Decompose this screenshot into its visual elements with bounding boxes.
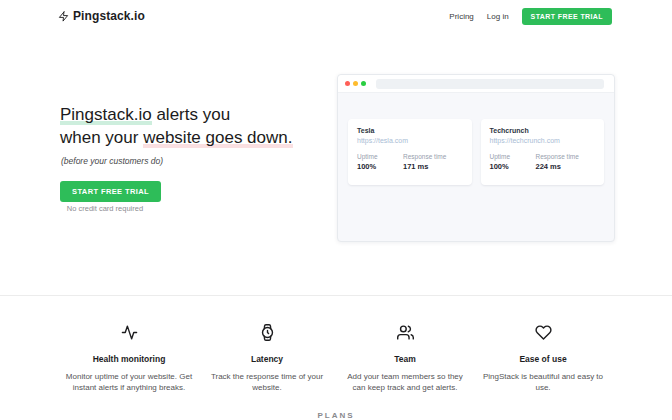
features-section: Health monitoring Monitor uptime of your… [60,324,612,393]
uptime-stat: Uptime 100% [357,153,403,171]
watch-icon [259,327,276,344]
plans-section-label: PLANS [0,411,672,420]
monitor-card-tesla: Tesla https://tesla.com Uptime 100% Resp… [348,119,472,185]
hero-heading-highlight-brand: Pingstack.io [60,105,152,125]
response-time-label: Response time [403,153,449,160]
header: Pingstack.io Pricing Log in START FREE T… [0,0,672,28]
monitor-card-stats: Uptime 100% Response time 171 ms [357,153,463,171]
feature-latency: Latency Track the response time of your … [198,324,336,393]
feature-title: Health monitoring [65,354,193,364]
monitor-card-url: https://tesla.com [357,137,463,144]
monitor-card-url: https://techcrunch.com [490,137,596,144]
feature-description: Monitor uptime of your website. Get inst… [65,371,193,393]
brand-name: Pingstack.io [73,9,145,23]
response-time-label: Response time [536,153,582,160]
response-time-value: 171 ms [403,162,449,171]
zap-icon [58,11,69,22]
header-start-trial-button[interactable]: START FREE TRIAL [522,8,612,25]
nav-login-link[interactable]: Log in [487,12,509,21]
browser-mockup: Tesla https://tesla.com Uptime 100% Resp… [337,74,615,242]
heart-icon [535,327,552,344]
browser-titlebar [338,75,614,93]
feature-health-monitoring: Health monitoring Monitor uptime of your… [60,324,198,393]
feature-description: PingStack is beautiful and easy to use. [479,371,607,393]
hero-heading-line2-pre: when your [60,128,143,147]
feature-title: Ease of use [479,354,607,364]
zoom-dot-icon [361,81,366,86]
feature-title: Latency [203,354,331,364]
activity-icon [121,327,138,344]
hero-heading-highlight-down: website goes down. [143,128,292,148]
feature-ease-of-use: Ease of use PingStack is beautiful and e… [474,324,612,393]
hero-heading-line1-rest: alerts you [152,105,230,124]
monitor-card-title: Tesla [357,127,463,134]
uptime-stat: Uptime 100% [490,153,536,171]
response-time-value: 224 ms [536,162,582,171]
response-time-stat: Response time 224 ms [536,153,582,171]
uptime-label: Uptime [490,153,536,160]
response-time-stat: Response time 171 ms [403,153,449,171]
hero-heading: Pingstack.io alerts you when your websit… [60,103,293,149]
feature-description: Track the response time of your website. [203,371,331,393]
monitor-card-techcrunch: Techcrunch https://techcrunch.com Uptime… [481,119,605,185]
browser-url-bar [376,79,604,89]
browser-body: Tesla https://tesla.com Uptime 100% Resp… [338,93,614,185]
header-nav: Pricing Log in START FREE TRIAL [449,8,612,25]
feature-team: Team Add your team members so they can k… [336,324,474,393]
brand-logo[interactable]: Pingstack.io [58,9,145,23]
hero-no-credit-card-note: No credit card required [60,204,150,213]
uptime-label: Uptime [357,153,403,160]
monitor-card-stats: Uptime 100% Response time 224 ms [490,153,596,171]
users-icon [397,327,414,344]
hero-start-trial-button[interactable]: START FREE TRIAL [60,181,161,202]
uptime-value: 100% [490,162,536,171]
minimize-dot-icon [353,81,358,86]
feature-title: Team [341,354,469,364]
uptime-value: 100% [357,162,403,171]
close-dot-icon [345,81,350,86]
feature-description: Add your team members so they can keep t… [341,371,469,393]
hero-subtitle: (before your customers do) [61,156,163,166]
section-divider [0,295,672,296]
monitor-card-title: Techcrunch [490,127,596,134]
nav-pricing-link[interactable]: Pricing [449,12,473,21]
